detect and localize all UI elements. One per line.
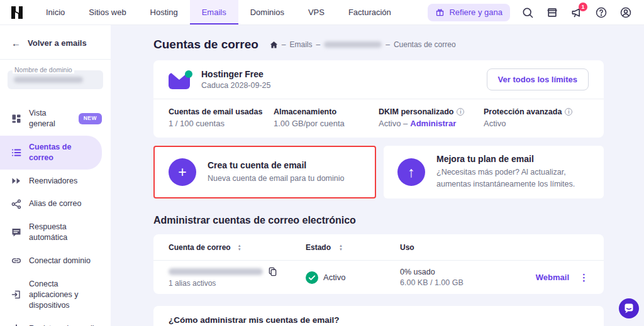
gift-icon bbox=[435, 8, 445, 17]
arrow-up-icon: ↑ bbox=[397, 158, 425, 186]
home-icon[interactable] bbox=[270, 41, 278, 49]
stat-storage: Almacenamiento 1.00 GB/por cuenta bbox=[274, 107, 379, 128]
redacted-breadcrumb-domain bbox=[324, 41, 382, 48]
sidebar-item-alias-de-correo[interactable]: Alias de correo bbox=[0, 192, 111, 215]
nav-item-facturacion[interactable]: Facturación bbox=[336, 0, 403, 24]
back-to-emails-link[interactable]: ← Volver a emails bbox=[0, 25, 111, 60]
upgrade-plan-card[interactable]: ↑ Mejora tu plan de email ¿Necesitas más… bbox=[384, 146, 604, 198]
sidebar-item-conecta-aplicaciones[interactable]: Conecta aplicaciones y dispositivos bbox=[0, 273, 111, 317]
domain-selector[interactable]: Nombre de dominio bbox=[8, 70, 103, 89]
stat-dkim: DKIM personalizado i Activo –Administrar bbox=[379, 107, 484, 128]
nav-item-vps[interactable]: VPS bbox=[296, 0, 336, 24]
page-title: Cuentas de correo bbox=[153, 38, 258, 52]
auto-reply-icon bbox=[11, 227, 21, 237]
usage-percent: 0% usado bbox=[400, 268, 529, 276]
new-badge: NEW bbox=[79, 113, 102, 124]
forward-icon bbox=[11, 176, 21, 186]
arrow-left-icon: ← bbox=[11, 38, 21, 48]
stat-email-accounts: Cuentas de email usadas 1 / 100 cuentas bbox=[169, 107, 274, 128]
nav-item-inicio[interactable]: Inicio bbox=[34, 0, 77, 24]
column-header-status[interactable]: Estado ▲▼ bbox=[306, 243, 400, 252]
breadcrumb-current: Cuentas de correo bbox=[394, 40, 456, 49]
plan-name: Hostinger Free bbox=[201, 69, 271, 79]
share-icon bbox=[11, 199, 21, 209]
redacted-domain-name bbox=[14, 77, 83, 83]
webmail-link[interactable]: Webmail bbox=[536, 273, 569, 282]
sort-icon[interactable]: ▲▼ bbox=[238, 244, 242, 251]
redacted-email-address bbox=[169, 268, 263, 275]
help-icon[interactable] bbox=[594, 6, 608, 19]
help-article-card: ¿Cómo administrar mis cuentas de email? … bbox=[153, 306, 604, 326]
check-circle-icon bbox=[306, 271, 318, 284]
list-icon bbox=[11, 148, 21, 158]
usage-detail: 6.00 KB / 1.00 GB bbox=[400, 278, 529, 287]
nav-item-dominios[interactable]: Dominios bbox=[238, 0, 296, 24]
status-badge: Activo bbox=[323, 273, 345, 282]
apps-devices-icon bbox=[11, 290, 21, 300]
hostinger-logo[interactable] bbox=[0, 0, 34, 24]
column-header-usage: Uso bbox=[400, 243, 529, 252]
account-icon[interactable] bbox=[619, 6, 633, 19]
nav-item-hosting[interactable]: Hosting bbox=[138, 0, 190, 24]
alias-count: 1 alias activos bbox=[169, 279, 306, 288]
sidebar: ← Volver a emails Nombre de dominio Vist… bbox=[0, 25, 111, 326]
sidebar-item-reenviadores[interactable]: Reenviadores bbox=[0, 170, 111, 193]
main-content: Cuentas de correo – Emails – – Cuentas d… bbox=[111, 25, 644, 326]
create-email-account-card[interactable]: + Crea tu cuenta de email Nueva cuenta d… bbox=[153, 146, 376, 198]
nav-item-emails[interactable]: Emails bbox=[190, 0, 238, 24]
stat-advanced-protection: Protección avanzada i Activo bbox=[484, 107, 589, 128]
refer-and-earn-button[interactable]: Refiere y gana bbox=[428, 4, 510, 21]
breadcrumb-emails[interactable]: Emails bbox=[290, 40, 313, 49]
sidebar-item-conectar-dominio[interactable]: Conectar dominio bbox=[0, 249, 111, 273]
email-account-row: 1 alias activos Activo 0% usado 6.00 KB … bbox=[153, 260, 604, 294]
email-plan-icon bbox=[169, 70, 192, 89]
topbar-actions: Refiere y gana 1 bbox=[428, 0, 644, 24]
help-card-title: ¿Cómo administrar mis cuentas de email? bbox=[153, 306, 604, 326]
info-icon[interactable]: i bbox=[457, 108, 464, 116]
logs-chart-icon bbox=[11, 323, 21, 326]
sort-icon[interactable]: ▲▼ bbox=[339, 244, 343, 251]
active-status-dot bbox=[185, 70, 192, 78]
info-icon[interactable]: i bbox=[565, 108, 572, 116]
column-header-account[interactable]: Cuenta de correo ▲▼ bbox=[169, 243, 306, 252]
dashboard-grid-icon bbox=[11, 114, 21, 124]
sidebar-item-cuentas-de-correo[interactable]: Cuentas de correo bbox=[0, 136, 102, 170]
view-all-limits-button[interactable]: Ver todos los límites bbox=[487, 68, 589, 90]
nav-item-sitios-web[interactable]: Sitios web bbox=[77, 0, 138, 24]
notification-badge: 1 bbox=[579, 3, 587, 11]
plan-expiry: Caduca 2028-09-25 bbox=[201, 81, 271, 90]
plus-icon: + bbox=[169, 158, 196, 186]
sidebar-item-vista-general[interactable]: Vista general NEW bbox=[0, 102, 111, 136]
accounts-section-title: Administrar cuentas de correo electrónic… bbox=[153, 215, 604, 226]
dkim-administrar-link[interactable]: Administrar bbox=[410, 119, 456, 128]
domain-selector-label: Nombre de dominio bbox=[13, 66, 74, 73]
sidebar-item-registros-de-email[interactable]: Registros de email bbox=[0, 317, 111, 326]
announcements-icon[interactable]: 1 bbox=[570, 6, 584, 19]
top-navbar: Inicio Sitios web Hosting Emails Dominio… bbox=[0, 0, 644, 25]
store-icon[interactable] bbox=[545, 6, 559, 19]
copy-icon[interactable] bbox=[268, 267, 277, 276]
chat-widget-button[interactable] bbox=[619, 298, 639, 318]
table-header-row: Cuenta de correo ▲▼ Estado ▲▼ Uso bbox=[153, 234, 604, 260]
kebab-menu-icon[interactable]: ⋮ bbox=[579, 272, 589, 283]
link-icon bbox=[11, 256, 21, 266]
breadcrumb: – Emails – – Cuentas de correo bbox=[270, 40, 456, 49]
primary-nav: Inicio Sitios web Hosting Emails Dominio… bbox=[34, 0, 403, 24]
sidebar-menu: Vista general NEW Cuentas de correo Reen… bbox=[0, 95, 111, 326]
plan-overview-card: Hostinger Free Caduca 2028-09-25 Ver tod… bbox=[153, 60, 604, 138]
email-accounts-table: Cuenta de correo ▲▼ Estado ▲▼ Uso bbox=[153, 234, 604, 294]
sidebar-item-respuesta-automatica[interactable]: Respuesta automática bbox=[0, 215, 111, 249]
search-icon[interactable] bbox=[521, 6, 535, 19]
